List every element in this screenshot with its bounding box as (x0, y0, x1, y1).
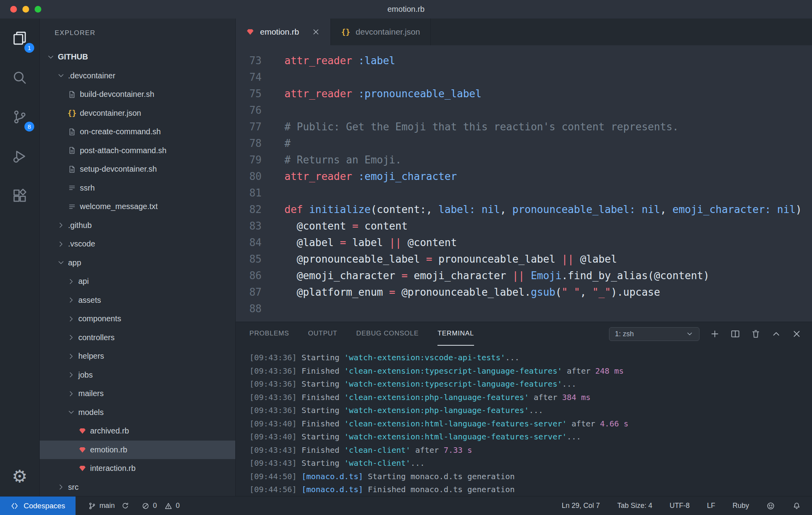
line-number: 84 (236, 234, 262, 251)
tree-item-devcontainer[interactable]: .devcontainer (40, 67, 235, 85)
chevron-right-icon (55, 483, 66, 491)
close-window-button[interactable] (10, 6, 17, 13)
activity-badge: 1 (24, 43, 34, 53)
maximize-window-button[interactable] (35, 6, 41, 13)
tree-item-label: models (78, 408, 103, 417)
tree-item-assets[interactable]: assets (40, 291, 235, 310)
json-file-icon: {} (66, 109, 78, 117)
tree-item-welcome-message-txt[interactable]: welcome_message.txt (40, 197, 235, 216)
status-lf[interactable]: LF (707, 502, 715, 510)
tree-item-jobs[interactable]: jobs (40, 366, 235, 385)
panel-tab-output[interactable]: OUTPUT (308, 322, 338, 346)
activity-search-button[interactable] (0, 58, 39, 97)
tree-item-interaction-rb[interactable]: interaction.rb (40, 459, 235, 478)
panel-tab-terminal[interactable]: TERMINAL (437, 322, 474, 346)
line-number: 77 (236, 119, 262, 135)
minimize-window-button[interactable] (22, 6, 29, 13)
close-panel-button[interactable] (792, 329, 802, 339)
status-ln-29-col-7[interactable]: Ln 29, Col 7 (562, 502, 600, 510)
chevron-down-icon (55, 258, 66, 267)
tree-item-github[interactable]: .github (40, 216, 235, 235)
tree-item-emotion-rb[interactable]: emotion.rb (40, 441, 235, 459)
line-number: 81 (236, 185, 262, 201)
git-branch-status[interactable]: main (88, 502, 129, 510)
run-debug-icon (12, 148, 28, 164)
code-text: attr_reader :emoji_character (284, 168, 457, 185)
tree-item-archived-rb[interactable]: archived.rb (40, 422, 235, 441)
window-controls (10, 0, 41, 19)
status-ruby[interactable]: Ruby (733, 502, 749, 510)
tree-item-github[interactable]: GITHUB (40, 48, 235, 67)
vscode-window: emotion.rb 18 ⚙ EXPLORER GITHUB.devconta… (0, 0, 812, 515)
tree-item-models[interactable]: models (40, 403, 235, 422)
code-line: 76 (236, 102, 812, 119)
tree-item-src[interactable]: src (40, 478, 235, 496)
code-text: attr_reader :pronounceable_label (284, 85, 482, 102)
branch-name: main (100, 502, 115, 510)
tree-item-app[interactable]: app (40, 254, 235, 272)
codespaces-status[interactable]: Codespaces (0, 496, 76, 515)
tree-item-label: on-create-command.sh (80, 127, 161, 136)
terminal-selector-value: 1: zsh (615, 330, 634, 338)
terminal-selector[interactable]: 1: zsh (609, 327, 699, 341)
feedback-smiley-icon[interactable] (766, 502, 775, 510)
chevron-down-icon (55, 71, 66, 80)
tree-item-ssrh[interactable]: ssrh (40, 179, 235, 198)
split-terminal-button[interactable] (730, 329, 740, 339)
warnings-icon (164, 502, 172, 510)
tree-item-label: api (78, 277, 89, 286)
tree-item-label: interaction.rb (90, 464, 136, 473)
tree-item-devcontainer-json[interactable]: {}devcontainer.json (40, 104, 235, 123)
text-file-icon (66, 183, 78, 192)
activity-run-debug-button[interactable] (0, 137, 39, 176)
tree-item-on-create-command-sh[interactable]: on-create-command.sh (40, 122, 235, 141)
tab-devcontainer-json[interactable]: {}devcontainer.json (331, 19, 430, 45)
notifications-bell-icon[interactable] (792, 502, 801, 510)
editor-tab-bar: emotion.rb{}devcontainer.json (236, 19, 812, 45)
tree-item-helpers[interactable]: helpers (40, 347, 235, 366)
code-line: 82def initialize(content:, label: nil, p… (236, 201, 812, 218)
tree-item-label: helpers (78, 352, 104, 361)
tree-item-label: .devcontainer (68, 71, 115, 80)
code-editor[interactable]: 73attr_reader :label7475attr_reader :pro… (236, 45, 812, 322)
chevron-right-icon (66, 389, 77, 398)
line-number: 74 (236, 69, 262, 85)
kill-terminal-button[interactable] (751, 329, 761, 339)
terminal-line: [09:43:36] Starting 'watch-extension:php… (249, 404, 812, 417)
tree-item-label: archived.rb (90, 426, 129, 435)
panel-tab-problems[interactable]: PROBLEMS (249, 322, 289, 346)
tree-item-build-devcontainer-sh[interactable]: build-devcontainer.sh (40, 85, 235, 104)
new-terminal-button[interactable] (710, 329, 720, 339)
terminal-line: [09:43:36] Starting 'watch-extension:vsc… (249, 351, 812, 365)
shell-file-icon (66, 128, 78, 136)
code-line: 78# (236, 135, 812, 152)
sync-icon[interactable] (122, 502, 129, 509)
editor-region: emotion.rb{}devcontainer.json 73attr_rea… (236, 19, 812, 496)
activity-explorer-button[interactable]: 1 (0, 19, 39, 58)
code-text: # Public: Get the Emoji that this reacti… (284, 119, 679, 135)
activity-extensions-button[interactable] (0, 176, 39, 215)
panel-tab-debug-console[interactable]: DEBUG CONSOLE (356, 322, 419, 346)
maximize-panel-button[interactable] (771, 329, 781, 339)
tree-item-components[interactable]: components (40, 309, 235, 328)
tree-item-label: components (78, 314, 121, 323)
terminal-output[interactable]: [09:43:36] Starting 'watch-extension:vsc… (236, 346, 812, 496)
tree-item-post-attach-command-sh[interactable]: post-attach-command.sh (40, 141, 235, 160)
status-tab-size-4[interactable]: Tab Size: 4 (617, 502, 652, 510)
activity-source-control-button[interactable]: 8 (0, 97, 39, 137)
activity-settings-button[interactable]: ⚙ (0, 457, 39, 496)
tree-item-api[interactable]: api (40, 272, 235, 291)
close-tab-icon[interactable] (312, 28, 320, 36)
chevron-right-icon (66, 277, 77, 286)
status-utf-8[interactable]: UTF-8 (670, 502, 690, 510)
line-number: 88 (236, 300, 262, 317)
tab-emotion-rb[interactable]: emotion.rb (236, 19, 331, 45)
tree-item-label: controllers (78, 333, 114, 342)
tree-item-controllers[interactable]: controllers (40, 328, 235, 347)
file-tree: GITHUB.devcontainerbuild-devcontainer.sh… (40, 48, 235, 496)
tree-item-label: ssrh (80, 183, 95, 193)
tree-item-vscode[interactable]: .vscode (40, 235, 235, 254)
tree-item-setup-devcontainer-sh[interactable]: setup-devcontainer.sh (40, 160, 235, 179)
problems-status[interactable]: 0 0 (142, 502, 180, 510)
tree-item-mailers[interactable]: mailers (40, 384, 235, 403)
